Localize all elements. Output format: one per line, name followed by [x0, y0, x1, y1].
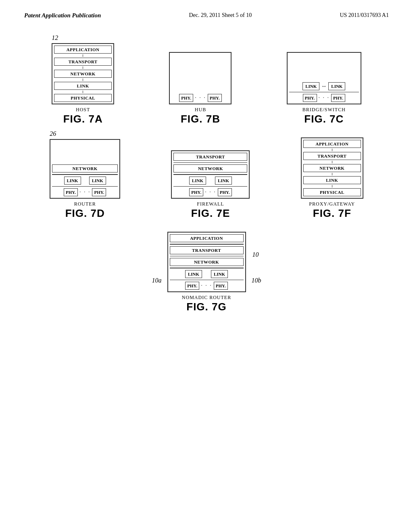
connector	[83, 54, 83, 57]
link-left-7e: LINK	[189, 177, 206, 185]
connector	[332, 173, 333, 175]
phy-left-7b: PHY.	[179, 94, 193, 102]
layer-link-7a: LINK	[54, 82, 112, 90]
phy-left-7e: PHY.	[189, 188, 203, 196]
layer-transport-7e: TRANSPORT	[173, 153, 247, 161]
fig-7e-label: FIREWALL FIG. 7E	[191, 201, 230, 220]
fig-7g-link-row: LINK LINK	[170, 270, 244, 278]
fig-7a-device: HOST	[63, 107, 103, 113]
fig-7b-device: HUB	[181, 107, 220, 113]
connector	[332, 161, 333, 163]
fig-7f-stack: APPLICATION TRANSPORT NETWORK LINK PHYSI…	[301, 137, 363, 199]
connector	[173, 162, 247, 163]
connector	[170, 244, 244, 245]
phy-right-7b: PHY.	[208, 94, 222, 102]
fig-7d-device: ROUTER	[65, 201, 105, 207]
layer-network-7f: NETWORK	[303, 164, 361, 172]
ref-12: 12	[52, 34, 58, 42]
fig-7d-phy-row: PHY. · · · PHY.	[52, 188, 118, 196]
fig-7c-label: BRIDGE/SWITCH FIG. 7C	[302, 107, 346, 125]
fig-7e-name: FIG. 7E	[191, 207, 230, 220]
fig-7g-label: NOMADIC ROUTER FIG. 7G	[182, 295, 231, 313]
connector	[83, 66, 83, 69]
fig-7e-stack: TRANSPORT NETWORK LINK LINK PHY. · · · P…	[171, 150, 250, 199]
fig-7b-label: HUB FIG. 7B	[181, 107, 220, 125]
phy-left-7g: PHY.	[185, 282, 199, 290]
phy-right-7e: PHY.	[218, 188, 232, 196]
dots-7d: · · ·	[79, 189, 91, 195]
layer-application-7f: APPLICATION	[303, 140, 361, 148]
connector	[289, 92, 359, 93]
fig-7e-container: TRANSPORT NETWORK LINK LINK PHY. · · · P…	[171, 150, 250, 220]
layer-network-7a: NETWORK	[54, 70, 112, 78]
fig-7d-link-row: LINK LINK	[52, 177, 118, 185]
fig-7f-container: APPLICATION TRANSPORT NETWORK LINK PHYSI…	[301, 137, 363, 220]
fig-7c-name: FIG. 7C	[302, 113, 346, 125]
fig-7a-name: FIG. 7A	[63, 113, 103, 125]
figure-row-3: 10 10a 10b APPLICATION TRANSPORT NETWORK…	[24, 232, 389, 313]
fig-7c-link-row: LINK ↔ LINK	[289, 82, 359, 90]
fig-7g-device: NOMADIC ROUTER	[182, 295, 231, 301]
fig-7c-container: LINK ↔ LINK PHY. · · · PHY. BRIDGE/SWITC…	[287, 52, 361, 125]
fig-7b-phy-row: PHY. · · · PHY.	[172, 94, 228, 102]
ref-26: 26	[50, 130, 56, 137]
fig-7e-device: FIREWALL	[191, 201, 230, 207]
dots-7g: · · ·	[201, 283, 212, 289]
phy-left-7d: PHY.	[64, 188, 78, 196]
publication-title: Patent Application Publication	[24, 12, 101, 19]
fig-7b-name: FIG. 7B	[181, 113, 220, 125]
fig-7c-phy-row: PHY. · · · PHY.	[289, 94, 359, 102]
connector	[52, 174, 118, 175]
separator	[173, 174, 247, 175]
fig-7d-name: FIG. 7D	[65, 207, 105, 220]
ref-10b: 10b	[252, 277, 261, 284]
separator	[173, 186, 247, 187]
phy-right-7c: PHY.	[331, 94, 345, 102]
dots-7b: · · ·	[195, 95, 206, 101]
link-left-7c: LINK	[302, 82, 319, 90]
fig-7f-name: FIG. 7F	[309, 207, 355, 220]
connector	[170, 256, 244, 257]
separator	[52, 186, 118, 187]
separator	[170, 280, 244, 281]
link-right-7e: LINK	[215, 177, 232, 185]
phy-right-7d: PHY.	[92, 188, 106, 196]
page-header: Patent Application Publication Dec. 29, …	[0, 0, 413, 23]
fig-7a-label: HOST FIG. 7A	[63, 107, 103, 125]
layer-network-7g: NETWORK	[170, 258, 244, 266]
fig-7g-phy-row: PHY. · · · PHY.	[170, 282, 244, 290]
figure-row-2: 26 NETWORK LINK LINK PHY. · · · PHY. RO	[24, 137, 389, 220]
layer-application-7g: APPLICATION	[170, 234, 244, 242]
layer-network-7d: NETWORK	[52, 164, 118, 172]
link-left-7d: LINK	[64, 177, 81, 185]
layer-physical-7a: PHYSICAL	[54, 94, 112, 102]
connector	[83, 91, 83, 93]
phy-left-7c: PHY.	[303, 94, 317, 102]
fig-7d-label: ROUTER FIG. 7D	[65, 201, 105, 220]
ref-10: 10	[252, 251, 259, 258]
layer-link-7f: LINK	[303, 176, 361, 184]
fig-7c-device: BRIDGE/SWITCH	[302, 107, 346, 113]
fig-7e-link-row: LINK LINK	[173, 177, 247, 185]
dots-7c: · · ·	[319, 95, 330, 101]
fig-7b-stack: PHY. · · · PHY.	[169, 52, 232, 104]
separator	[170, 268, 244, 268]
fig-7b-container: PHY. · · · PHY. HUB FIG. 7B	[169, 52, 232, 125]
layer-application-7a: APPLICATION	[54, 46, 112, 54]
layer-physical-7f: PHYSICAL	[303, 188, 361, 196]
fig-7g-name: FIG. 7G	[182, 301, 231, 313]
fig-7c-stack: LINK ↔ LINK PHY. · · · PHY.	[287, 52, 361, 104]
fig-7g-stack: APPLICATION TRANSPORT NETWORK LINK LINK …	[167, 232, 246, 292]
fig-7d-container: 26 NETWORK LINK LINK PHY. · · · PHY. RO	[50, 139, 120, 220]
link-right-7g: LINK	[211, 270, 228, 278]
layer-transport-7f: TRANSPORT	[303, 152, 361, 160]
fig-7g-container: 10 10a 10b APPLICATION TRANSPORT NETWORK…	[167, 232, 246, 313]
fig-7f-device: PROXY/GATEWAY	[309, 201, 355, 207]
ref-10a: 10a	[152, 277, 162, 284]
connector	[332, 185, 333, 187]
fig-7a-stack: APPLICATION TRANSPORT NETWORK LINK PHYSI…	[52, 43, 114, 104]
layer-transport-7a: TRANSPORT	[54, 58, 112, 66]
fig-7d-stack: NETWORK LINK LINK PHY. · · · PHY.	[50, 139, 120, 199]
figure-row-1: 12 APPLICATION TRANSPORT NETWORK LINK PH…	[24, 43, 389, 125]
phy-right-7g: PHY.	[214, 282, 228, 290]
